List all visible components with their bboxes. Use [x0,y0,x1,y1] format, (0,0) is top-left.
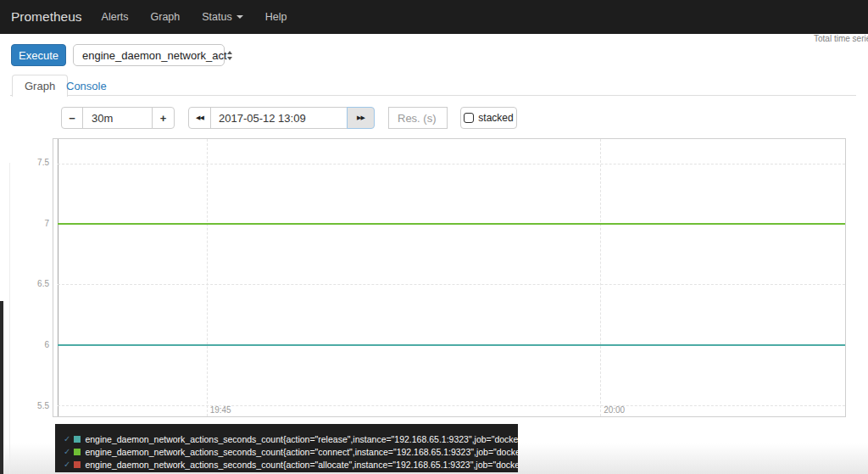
legend-swatch [74,449,81,455]
legend-swatch [74,461,81,468]
legend-check-icon[interactable]: ✓ [64,460,70,469]
prometheus-app: Prometheus Alerts Graph Status Help Tota… [0,0,868,474]
stacked-toggle-button[interactable]: stacked [460,107,517,129]
y-axis-line [58,139,58,416]
total-time-series-label: Total time series [814,34,868,43]
legend-series-label[interactable]: engine_daemon_network_actions_seconds_co… [85,447,518,457]
series-line [58,344,845,346]
execute-button[interactable]: Execute [11,44,66,66]
step-back-button[interactable]: ◀◀ [188,107,211,129]
query-expression-value: engine_daemon_network_act [82,49,227,62]
nav-item-help[interactable]: Help [254,11,298,23]
legend-item[interactable]: ✓engine_daemon_network_actions_seconds_c… [64,445,518,458]
v-gridline [600,139,601,416]
y-tick-label: 6.5 [37,279,49,289]
nav-item-status[interactable]: Status [191,11,253,23]
left-edge-artifact [0,301,3,474]
step-forward-button[interactable]: ▶▶ [347,107,375,129]
select-stepper-icon [227,51,232,60]
h-gridline [58,284,845,285]
x-tick-label: 19:45 [210,405,231,415]
nav-item-graph[interactable]: Graph [140,11,192,23]
y-tick-label: 5.5 [37,401,49,411]
plot-area[interactable]: 19:4520:00 [53,138,846,417]
nav-item-alerts[interactable]: Alerts [91,11,140,23]
query-expression-select[interactable]: engine_daemon_network_act [73,44,225,66]
tab-console[interactable]: Console [66,80,107,92]
legend: ✓engine_daemon_network_actions_seconds_c… [55,424,518,472]
tab-divider [10,95,856,96]
legend-series-label[interactable]: engine_daemon_network_actions_seconds_co… [85,434,518,444]
legend-item[interactable]: ✓engine_daemon_network_actions_seconds_c… [64,458,518,471]
brand-link[interactable]: Prometheus [11,9,82,25]
v-gridline [207,139,208,416]
range-zoom-in-button[interactable]: + [152,107,175,129]
chevron-down-icon [236,15,243,19]
resolution-input[interactable] [398,112,445,125]
end-time-input[interactable]: 2017-05-12 13:09 [210,107,348,129]
navbar: Prometheus Alerts Graph Status Help [0,0,868,34]
panel-border-line [9,163,10,474]
x-tick-label: 20:00 [604,405,625,415]
stacked-checkbox[interactable] [464,113,474,123]
series-line [58,223,845,225]
y-tick-label: 7 [44,219,49,229]
legend-item[interactable]: ✓engine_daemon_network_actions_seconds_c… [64,432,518,445]
h-gridline [58,164,845,165]
resolution-field [388,107,448,129]
y-tick-label: 6 [44,340,49,350]
y-axis-labels: 7.576.565.5 [22,138,49,417]
h-gridline [58,405,845,406]
legend-series-label[interactable]: engine_daemon_network_actions_seconds_co… [85,460,518,470]
tab-graph[interactable]: Graph [12,75,68,97]
nav-item-status-label: Status [202,11,231,23]
legend-check-icon[interactable]: ✓ [64,434,70,443]
range-zoom-out-button[interactable]: − [61,107,83,129]
legend-check-icon[interactable]: ✓ [64,447,70,456]
range-duration-input[interactable]: 30m [82,107,153,129]
legend-swatch [74,436,81,443]
y-tick-label: 7.5 [37,158,49,168]
stacked-label: stacked [478,112,513,124]
